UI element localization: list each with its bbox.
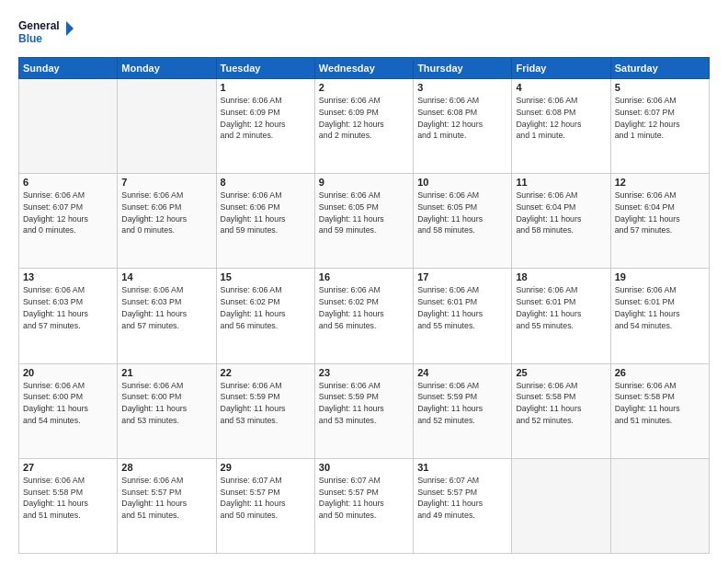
day-number: 25 [516, 367, 606, 378]
day-number: 16 [319, 271, 409, 282]
calendar-cell: 27Sunrise: 6:06 AM Sunset: 5:58 PM Dayli… [19, 458, 118, 553]
calendar-cell: 6Sunrise: 6:06 AM Sunset: 6:07 PM Daylig… [19, 174, 118, 269]
calendar-cell: 26Sunrise: 6:06 AM Sunset: 5:58 PM Dayli… [610, 363, 709, 458]
calendar-cell: 19Sunrise: 6:06 AM Sunset: 6:01 PM Dayli… [610, 269, 709, 363]
day-detail: Sunrise: 6:06 AM Sunset: 6:06 PM Dayligh… [221, 190, 311, 236]
calendar-cell: 7Sunrise: 6:06 AM Sunset: 6:06 PM Daylig… [118, 174, 216, 269]
day-detail: Sunrise: 6:06 AM Sunset: 6:01 PM Dayligh… [516, 284, 606, 331]
weekday-header-saturday: Saturday [610, 58, 709, 79]
day-number: 12 [615, 177, 705, 188]
day-number: 20 [23, 367, 113, 378]
day-detail: Sunrise: 6:06 AM Sunset: 6:03 PM Dayligh… [23, 284, 113, 331]
day-detail: Sunrise: 6:06 AM Sunset: 6:05 PM Dayligh… [417, 190, 507, 236]
calendar-cell: 23Sunrise: 6:06 AM Sunset: 5:59 PM Dayli… [314, 363, 413, 458]
week-row-2: 6Sunrise: 6:06 AM Sunset: 6:07 PM Daylig… [19, 174, 710, 269]
day-number: 26 [615, 367, 705, 378]
day-detail: Sunrise: 6:07 AM Sunset: 5:57 PM Dayligh… [417, 475, 507, 522]
day-number: 2 [319, 82, 409, 93]
day-number: 19 [615, 271, 705, 282]
calendar-cell: 30Sunrise: 6:07 AM Sunset: 5:57 PM Dayli… [314, 458, 413, 553]
page: General Blue SundayMondayTuesdayWednesda… [0, 0, 728, 563]
day-number: 7 [121, 177, 211, 188]
day-number: 13 [23, 271, 113, 282]
weekday-header-sunday: Sunday [19, 58, 118, 79]
calendar-cell: 11Sunrise: 6:06 AM Sunset: 6:04 PM Dayli… [512, 174, 610, 269]
day-detail: Sunrise: 6:06 AM Sunset: 5:59 PM Dayligh… [417, 380, 507, 427]
day-detail: Sunrise: 6:06 AM Sunset: 6:00 PM Dayligh… [121, 380, 211, 427]
day-detail: Sunrise: 6:06 AM Sunset: 6:04 PM Dayligh… [516, 190, 606, 236]
day-detail: Sunrise: 6:06 AM Sunset: 6:01 PM Dayligh… [615, 284, 705, 331]
day-number: 1 [221, 82, 311, 93]
week-row-4: 20Sunrise: 6:06 AM Sunset: 6:00 PM Dayli… [19, 363, 710, 458]
day-detail: Sunrise: 6:07 AM Sunset: 5:57 PM Dayligh… [221, 475, 311, 522]
day-detail: Sunrise: 6:06 AM Sunset: 5:59 PM Dayligh… [319, 380, 409, 427]
day-number: 3 [417, 82, 507, 93]
calendar-cell: 12Sunrise: 6:06 AM Sunset: 6:04 PM Dayli… [610, 174, 709, 269]
calendar-cell: 31Sunrise: 6:07 AM Sunset: 5:57 PM Dayli… [414, 458, 512, 553]
day-number: 6 [23, 177, 113, 188]
weekday-header-tuesday: Tuesday [216, 58, 314, 79]
day-detail: Sunrise: 6:06 AM Sunset: 6:07 PM Dayligh… [23, 190, 113, 236]
day-number: 5 [615, 82, 705, 93]
calendar-cell: 14Sunrise: 6:06 AM Sunset: 6:03 PM Dayli… [118, 269, 216, 363]
day-detail: Sunrise: 6:06 AM Sunset: 5:57 PM Dayligh… [121, 475, 211, 522]
calendar-cell: 25Sunrise: 6:06 AM Sunset: 5:58 PM Dayli… [512, 363, 610, 458]
day-detail: Sunrise: 6:06 AM Sunset: 5:58 PM Dayligh… [516, 380, 606, 427]
day-number: 9 [319, 177, 409, 188]
day-detail: Sunrise: 6:06 AM Sunset: 6:08 PM Dayligh… [516, 95, 606, 142]
calendar-cell: 18Sunrise: 6:06 AM Sunset: 6:01 PM Dayli… [512, 269, 610, 363]
weekday-header-friday: Friday [512, 58, 610, 79]
calendar-cell [512, 458, 610, 553]
day-number: 21 [121, 367, 211, 378]
day-number: 14 [121, 271, 211, 282]
calendar-cell: 16Sunrise: 6:06 AM Sunset: 6:02 PM Dayli… [314, 269, 413, 363]
day-detail: Sunrise: 6:06 AM Sunset: 5:58 PM Dayligh… [23, 475, 113, 522]
day-detail: Sunrise: 6:06 AM Sunset: 5:58 PM Dayligh… [615, 380, 705, 427]
calendar-cell: 5Sunrise: 6:06 AM Sunset: 6:07 PM Daylig… [610, 79, 709, 174]
day-detail: Sunrise: 6:06 AM Sunset: 6:02 PM Dayligh… [319, 284, 409, 331]
calendar-cell: 15Sunrise: 6:06 AM Sunset: 6:02 PM Dayli… [216, 269, 314, 363]
day-number: 8 [221, 177, 311, 188]
calendar-cell: 17Sunrise: 6:06 AM Sunset: 6:01 PM Dayli… [414, 269, 512, 363]
day-number: 24 [417, 367, 507, 378]
weekday-header-thursday: Thursday [414, 58, 512, 79]
calendar-cell: 3Sunrise: 6:06 AM Sunset: 6:08 PM Daylig… [414, 79, 512, 174]
week-row-3: 13Sunrise: 6:06 AM Sunset: 6:03 PM Dayli… [19, 269, 710, 363]
day-detail: Sunrise: 6:06 AM Sunset: 6:07 PM Dayligh… [615, 95, 705, 142]
svg-text:Blue: Blue [18, 32, 42, 45]
day-number: 17 [417, 271, 507, 282]
weekday-header-wednesday: Wednesday [314, 58, 413, 79]
day-detail: Sunrise: 6:06 AM Sunset: 6:03 PM Dayligh… [121, 284, 211, 331]
weekday-header-monday: Monday [118, 58, 216, 79]
svg-text:General: General [18, 19, 60, 32]
calendar-cell: 22Sunrise: 6:06 AM Sunset: 5:59 PM Dayli… [216, 363, 314, 458]
calendar-cell: 13Sunrise: 6:06 AM Sunset: 6:03 PM Dayli… [19, 269, 118, 363]
day-number: 18 [516, 271, 606, 282]
calendar-table: SundayMondayTuesdayWednesdayThursdayFrid… [18, 57, 710, 554]
calendar-cell: 10Sunrise: 6:06 AM Sunset: 6:05 PM Dayli… [414, 174, 512, 269]
day-detail: Sunrise: 6:06 AM Sunset: 6:09 PM Dayligh… [319, 95, 409, 142]
day-detail: Sunrise: 6:06 AM Sunset: 6:05 PM Dayligh… [319, 190, 409, 236]
day-detail: Sunrise: 6:06 AM Sunset: 6:06 PM Dayligh… [121, 190, 211, 236]
day-number: 28 [121, 462, 211, 473]
logo: General Blue [18, 17, 74, 50]
calendar-cell: 20Sunrise: 6:06 AM Sunset: 6:00 PM Dayli… [19, 363, 118, 458]
calendar-cell [610, 458, 709, 553]
calendar-cell [118, 79, 216, 174]
day-number: 10 [417, 177, 507, 188]
day-number: 23 [319, 367, 409, 378]
day-detail: Sunrise: 6:06 AM Sunset: 6:09 PM Dayligh… [221, 95, 311, 142]
calendar-cell: 8Sunrise: 6:06 AM Sunset: 6:06 PM Daylig… [216, 174, 314, 269]
day-detail: Sunrise: 6:06 AM Sunset: 6:01 PM Dayligh… [417, 284, 507, 331]
calendar-cell: 24Sunrise: 6:06 AM Sunset: 5:59 PM Dayli… [414, 363, 512, 458]
calendar-cell [19, 79, 118, 174]
svg-marker-2 [66, 21, 74, 36]
day-detail: Sunrise: 6:06 AM Sunset: 6:02 PM Dayligh… [221, 284, 311, 331]
week-row-5: 27Sunrise: 6:06 AM Sunset: 5:58 PM Dayli… [19, 458, 710, 553]
day-detail: Sunrise: 6:07 AM Sunset: 5:57 PM Dayligh… [319, 475, 409, 522]
day-number: 31 [417, 462, 507, 473]
day-detail: Sunrise: 6:06 AM Sunset: 6:08 PM Dayligh… [417, 95, 507, 142]
day-detail: Sunrise: 6:06 AM Sunset: 6:04 PM Dayligh… [615, 190, 705, 236]
calendar-cell: 1Sunrise: 6:06 AM Sunset: 6:09 PM Daylig… [216, 79, 314, 174]
day-number: 11 [516, 177, 606, 188]
